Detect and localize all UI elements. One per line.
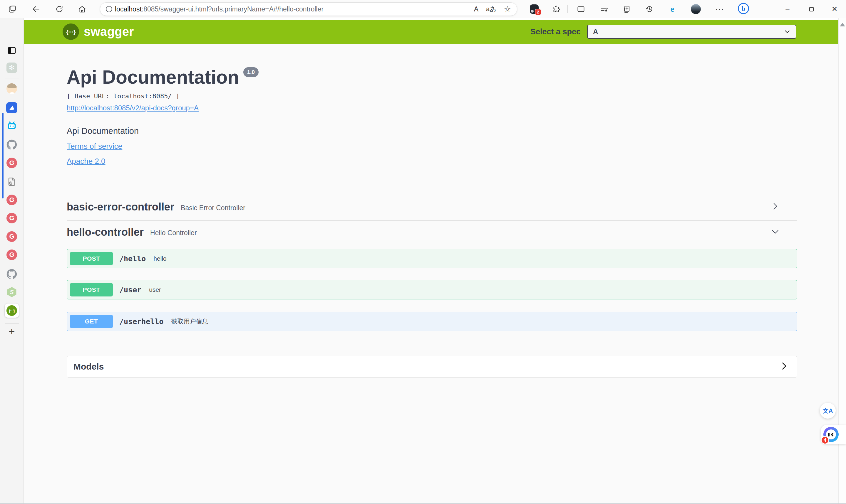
minimize-button[interactable]: – [781, 3, 794, 16]
address-bar[interactable]: localhost:8085/swagger-ui.html?urls.prim… [100, 2, 517, 16]
api-title: Api Documentation [67, 67, 239, 88]
models-label: Models [73, 362, 104, 372]
blue-triangle-glyph [6, 102, 17, 113]
brand-title: swagger [84, 25, 134, 39]
chatgpt-glyph: ✻ [6, 62, 17, 73]
refresh-button[interactable] [53, 3, 66, 16]
split-screen-icon[interactable] [574, 3, 587, 16]
file-favicon[interactable] [6, 176, 17, 187]
method-badge: POST [70, 283, 113, 296]
operation-summary: user [149, 286, 161, 293]
operation-path: /user [119, 286, 141, 294]
operation-row[interactable]: POST /hello hello [67, 249, 797, 268]
maximize-button[interactable] [805, 3, 818, 16]
ie-mode-icon[interactable]: e [666, 3, 679, 16]
media-playlist-icon[interactable] [598, 3, 611, 16]
gitee-favicon[interactable]: G [6, 231, 17, 242]
extension-with-badge-icon[interactable]: 2 [528, 3, 541, 16]
blue-app-favicon[interactable] [6, 102, 17, 113]
spring-favicon[interactable]: S [6, 287, 17, 298]
github-favicon[interactable] [6, 139, 17, 150]
gitee-glyph: G [6, 231, 17, 242]
select-spec-label: Select a spec [530, 27, 581, 36]
api-description: Api Documentation [67, 126, 797, 136]
spec-select[interactable]: A [587, 25, 796, 39]
controller-name: hello-controller [67, 226, 144, 238]
swagger-topbar: {⋯} swagger Select a spec A [24, 20, 839, 44]
toolbar-divider [567, 5, 568, 13]
gitee-favicon[interactable]: G [6, 249, 17, 260]
sidebar-toggle-icon[interactable] [6, 45, 17, 56]
gitee-favicon[interactable]: G [6, 157, 17, 168]
browser-toolbar: localhost:8085/swagger-ui.html?urls.prim… [0, 0, 846, 18]
gitee-glyph: G [6, 250, 17, 260]
controller-section-basic[interactable]: basic-error-controller Basic Error Contr… [67, 199, 797, 215]
history-icon[interactable] [643, 3, 656, 16]
robot-eye [831, 433, 834, 436]
section-divider [67, 220, 797, 221]
home-button[interactable] [75, 3, 88, 16]
controller-name: basic-error-controller [67, 201, 174, 213]
url-host: localhost [115, 5, 142, 13]
active-group-indicator [2, 113, 3, 198]
chatgpt-favicon[interactable]: ✻ [6, 62, 17, 73]
close-button[interactable]: ✕ [828, 3, 841, 16]
assistant-badge: 4 [821, 436, 829, 444]
chevron-right-icon[interactable] [770, 201, 780, 213]
tab-stack-icon[interactable] [6, 3, 19, 16]
extensions-puzzle-icon[interactable] [550, 3, 563, 16]
more-options-icon[interactable]: ⋯ [713, 3, 726, 16]
gitee-favicon[interactable]: G [6, 194, 17, 205]
profile-avatar[interactable] [689, 3, 702, 16]
operation-row[interactable]: POST /user user [67, 280, 797, 300]
sidebar-divider [5, 78, 19, 78]
method-badge: POST [70, 252, 113, 265]
license-link[interactable]: Apache 2.0 [67, 157, 105, 165]
terms-link[interactable]: Terms of service [67, 142, 122, 150]
bilibili-favicon[interactable] [6, 120, 17, 131]
method-badge: GET [70, 315, 113, 328]
operation-summary: hello [153, 255, 166, 262]
robot-eye [828, 433, 830, 436]
back-button[interactable] [30, 3, 42, 16]
edge-sidebar: ✻ G G G G G S {⋯} + [0, 18, 24, 504]
operation-path: /hello [119, 254, 146, 263]
translate-fab[interactable]: 文A [820, 403, 836, 418]
controller-desc: Basic Error Controller [181, 204, 245, 212]
chevron-right-icon[interactable] [779, 361, 789, 373]
gitee-glyph: G [6, 158, 17, 168]
url-text[interactable]: localhost:8085/swagger-ui.html?urls.prim… [115, 5, 474, 13]
bing-chat-icon[interactable]: b [737, 2, 750, 15]
gitee-favicon[interactable]: G [6, 213, 17, 224]
controller-desc: Hello Controller [150, 229, 197, 237]
swagger-favicon-active[interactable]: {⋯} [5, 304, 19, 318]
spec-link[interactable]: http://localhost:8085/v2/api-docs?group=… [67, 104, 198, 112]
extension-badge: 2 [535, 9, 541, 15]
controller-section-hello[interactable]: hello-controller Hello Controller [67, 228, 797, 244]
gitee-glyph: G [6, 195, 17, 205]
scrollbar-up-arrow[interactable] [840, 23, 845, 26]
github-favicon[interactable] [6, 269, 17, 280]
operation-row[interactable]: GET /userhello 获取用户信息 [67, 312, 797, 331]
extension-glyph: 2 [530, 4, 539, 14]
operation-summary: 获取用户信息 [171, 317, 208, 326]
site-info-icon[interactable] [103, 3, 115, 15]
base-url: [ Base URL: localhost:8085/ ] [67, 92, 797, 100]
add-tab-button[interactable]: + [6, 326, 17, 337]
boy-avatar-image [6, 83, 17, 94]
chevron-down-icon [783, 28, 791, 36]
url-path: :8085/swagger-ui.html?urls.primaryName=A… [142, 5, 324, 13]
models-section[interactable]: Models [67, 356, 797, 377]
avatar-favicon[interactable] [6, 83, 17, 94]
read-aloud-icon[interactable]: A [474, 5, 478, 13]
chevron-down-icon[interactable] [770, 227, 780, 238]
collections-icon[interactable] [620, 3, 633, 16]
swagger-mini-logo: {⋯} [6, 305, 17, 316]
page-translate-icon[interactable]: aあ [486, 5, 496, 14]
favorite-star-icon[interactable]: ☆ [504, 4, 511, 14]
version-badge: 1.0 [243, 67, 259, 77]
ie-glyph: e [671, 4, 674, 14]
swagger-page: Api Documentation 1.0 [ Base URL: localh… [24, 44, 839, 504]
spec-selected-value: A [593, 28, 783, 36]
more-glyph: ⋯ [715, 4, 724, 14]
